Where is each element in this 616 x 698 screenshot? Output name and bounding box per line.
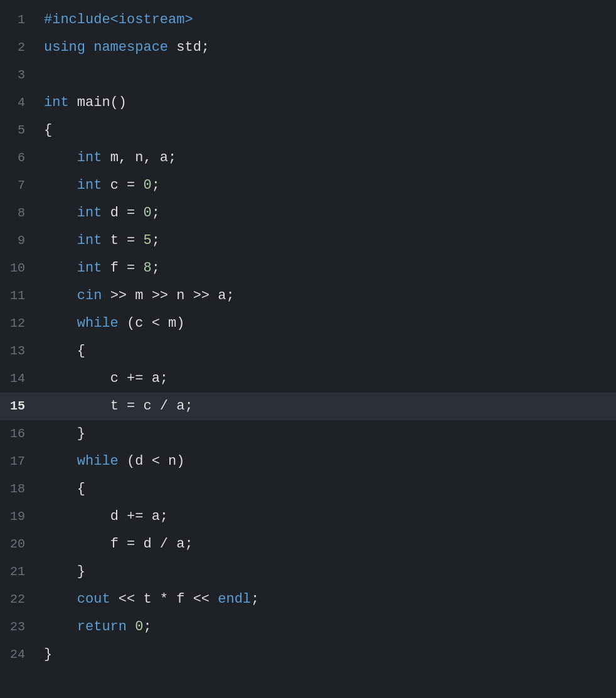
- line-number-6: 6: [0, 144, 38, 172]
- line-number-11: 11: [0, 282, 38, 310]
- line-number-10: 10: [0, 255, 38, 282]
- code-line-11: 11 cin >> m >> n >> a;: [0, 282, 616, 310]
- line-number-19: 19: [0, 503, 38, 531]
- line-number-5: 5: [0, 117, 38, 144]
- line-number-17: 17: [0, 448, 38, 475]
- line-number-18: 18: [0, 475, 38, 503]
- line-content-5: {: [38, 117, 616, 144]
- line-number-9: 9: [0, 227, 38, 255]
- line-content-12: while (c < m): [38, 310, 616, 337]
- line-number-24: 24: [0, 641, 38, 669]
- code-line-1: 1 #include<iostream>: [0, 6, 616, 34]
- code-line-20: 20 f = d / a;: [0, 531, 616, 558]
- line-content-19: d += a;: [38, 503, 616, 531]
- code-line-3: 3: [0, 61, 616, 89]
- code-line-21: 21 }: [0, 558, 616, 586]
- code-line-5: 5 {: [0, 117, 616, 144]
- line-content-15: t = c / a;: [38, 393, 616, 420]
- line-content-9: int t = 5;: [38, 227, 616, 255]
- line-content-3: [38, 61, 616, 89]
- line-content-6: int m, n, a;: [38, 144, 616, 172]
- line-number-23: 23: [0, 613, 38, 641]
- line-content-7: int c = 0;: [38, 172, 616, 199]
- code-line-4: 4 int main(): [0, 89, 616, 117]
- code-line-18: 18 {: [0, 475, 616, 503]
- line-content-4: int main(): [38, 89, 616, 117]
- code-line-2: 2 using namespace std;: [0, 34, 616, 61]
- line-content-1: #include<iostream>: [38, 6, 616, 34]
- line-number-16: 16: [0, 420, 38, 448]
- line-number-21: 21: [0, 558, 38, 586]
- line-number-1: 1: [0, 6, 38, 34]
- line-number-7: 7: [0, 172, 38, 199]
- code-line-8: 8 int d = 0;: [0, 199, 616, 227]
- code-line-9: 9 int t = 5;: [0, 227, 616, 255]
- code-line-15: 15 t = c / a;: [0, 393, 616, 420]
- line-content-23: return 0;: [38, 613, 616, 641]
- line-number-14: 14: [0, 365, 38, 393]
- line-number-20: 20: [0, 531, 38, 558]
- code-line-14: 14 c += a;: [0, 365, 616, 393]
- line-number-3: 3: [0, 61, 38, 89]
- line-content-13: {: [38, 337, 616, 365]
- line-content-10: int f = 8;: [38, 255, 616, 282]
- line-content-17: while (d < n): [38, 448, 616, 475]
- code-line-23: 23 return 0;: [0, 613, 616, 641]
- code-editor: 1 #include<iostream> 2 using namespace s…: [0, 0, 616, 675]
- line-number-13: 13: [0, 337, 38, 365]
- line-content-22: cout << t * f << endl;: [38, 586, 616, 613]
- line-number-15: 15: [0, 393, 38, 420]
- line-content-11: cin >> m >> n >> a;: [38, 282, 616, 310]
- code-line-7: 7 int c = 0;: [0, 172, 616, 199]
- line-content-8: int d = 0;: [38, 199, 616, 227]
- code-line-24: 24 }: [0, 641, 616, 669]
- line-content-16: }: [38, 420, 616, 448]
- line-content-2: using namespace std;: [38, 34, 616, 61]
- code-line-13: 13 {: [0, 337, 616, 365]
- code-line-17: 17 while (d < n): [0, 448, 616, 475]
- line-content-18: {: [38, 475, 616, 503]
- code-line-16: 16 }: [0, 420, 616, 448]
- line-number-8: 8: [0, 199, 38, 227]
- line-number-12: 12: [0, 310, 38, 337]
- line-content-20: f = d / a;: [38, 531, 616, 558]
- line-content-14: c += a;: [38, 365, 616, 393]
- code-line-12: 12 while (c < m): [0, 310, 616, 337]
- line-number-2: 2: [0, 34, 38, 61]
- line-number-22: 22: [0, 586, 38, 613]
- line-content-24: }: [38, 641, 616, 669]
- line-content-21: }: [38, 558, 616, 586]
- code-line-19: 19 d += a;: [0, 503, 616, 531]
- line-number-4: 4: [0, 89, 38, 117]
- code-line-6: 6 int m, n, a;: [0, 144, 616, 172]
- code-line-22: 22 cout << t * f << endl;: [0, 586, 616, 613]
- code-line-10: 10 int f = 8;: [0, 255, 616, 282]
